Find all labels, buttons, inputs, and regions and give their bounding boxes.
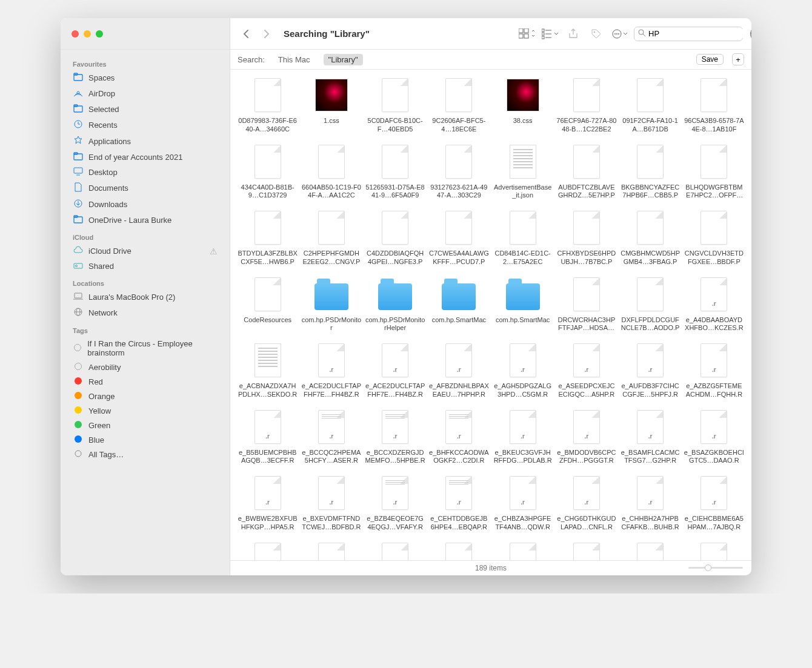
search-field[interactable]: ✕ [634,27,743,41]
tags-button[interactable] [588,27,605,41]
file-item[interactable]: .re_AUFDB3F7CIHCCGFJE…5HPFJ.R [621,341,681,399]
file-item[interactable]: C7CWE5A4ALAWGKFFF…PCUD7.P [429,208,489,266]
file-item[interactable]: .re_CIEHCBBME6A5HPAM…7AJBQ.R [684,474,744,532]
file-item[interactable]: .re_BWBWE2BXFUBHFKGP…HPA5.R [238,474,298,532]
clear-search-button[interactable]: ✕ [750,29,751,39]
file-item[interactable]: BKGBBNCYAZFEC7HPB6F…CBB5.P [621,142,681,200]
file-item[interactable]: 38.css [493,76,553,134]
scope-this-mac[interactable]: This Mac [273,54,315,65]
file-item[interactable]: 51265931-D75A-E841-9…6F5A0F9 [365,142,425,200]
sidebar-item[interactable]: Laura's MacBook Pro (2) [61,289,230,305]
sidebar-item[interactable]: Documents [61,180,230,196]
zoom-slider[interactable] [688,563,743,572]
sidebar-item[interactable]: Downloads [61,196,230,213]
file-item[interactable]: CFHXBYDSE6HPDUBJH…7B7BC.P [556,208,616,266]
file-item[interactable]: .re_CHG6DTHKGUDLAPAD…CNFL.R [556,474,616,532]
close-window-button[interactable] [72,30,79,38]
minimize-window-button[interactable] [84,30,91,38]
back-button[interactable] [239,27,253,41]
file-item[interactable]: .re_BCCQC2HPEMA5HCFY…ASER.R [301,408,361,466]
file-item[interactable]: .re_CHHBH2A7HPBCFAFKB…BUHB.R [621,474,681,532]
group-by-button[interactable] [542,27,559,41]
file-item[interactable]: 96C5A3B9-6578-7A4E-8…1AB10F [684,76,744,134]
file-item[interactable]: 93127623-621A-4947-A…303C29 [429,142,489,200]
sidebar-item[interactable]: Network [61,305,230,321]
file-item[interactable]: .re_BSAZGKBOEHCIGTC5…DAAO.R [684,408,744,466]
sidebar-item[interactable]: Yellow [61,403,230,418]
sidebar-item[interactable]: Spaces [61,70,230,85]
file-item[interactable]: .re_ACE2DUCLFTAPFHF7E…FH4BZ.R [301,341,361,399]
file-item[interactable]: .re_BHFKCCAODWAOGKF2…C2DI.R [429,408,489,466]
file-item[interactable]: .re_BKEUC3GVFJHRFFDG…PDLAB.R [493,408,553,466]
file-item[interactable]: .re_DEBRDGB6BJBPAYHUE…G3GC.R [621,540,681,561]
file-item[interactable]: 5C0DAFC6-B10C-F…40EBD5 [365,76,425,134]
sidebar-item[interactable]: iCloud Drive⚠ [61,243,230,259]
sidebar-item[interactable]: Blue [61,432,230,447]
file-item[interactable]: AUBDFTCZBLAVEGHRDZ…5E7HP.P [556,142,616,200]
sidebar-item[interactable]: End of year Accounts 2021 [61,150,230,165]
search-input[interactable] [648,29,750,38]
file-item[interactable]: .re_CEHTDDBGEJB6HPE4…EBQAP.R [429,474,489,532]
sidebar-item[interactable]: Aerobility [61,360,230,374]
sidebar-item[interactable]: If I Ran the Circus - Employee brainstor… [61,337,230,360]
sidebar-item[interactable]: Red [61,374,230,389]
file-item[interactable]: 091F2CFA-FA10-1A…B671DB [621,76,681,134]
file-item[interactable]: e_ACBNAZDXA7HPDLHX…SEKDO.R [238,341,298,399]
file-item[interactable]: .re_BCCXDZERGJDMEMFO…5HPBE.R [365,408,425,466]
file-item[interactable]: com.hp.PSDrMonitor [301,275,361,333]
file-item[interactable]: CD84B14C-ED1C-2…E75A2EC [493,208,553,266]
sidebar-item[interactable]: Applications [61,133,230,150]
actions-button[interactable] [611,27,628,41]
file-item[interactable]: BLHQDWGFBTBME7HPC2…OFPFV.P [684,142,744,200]
file-item[interactable]: CMGBHMCWD5HPGMB4…3FBAG.P [621,208,681,266]
forward-button[interactable] [259,27,274,41]
file-item[interactable]: .re_CNHRG4AXBNBNARA…DDAGR.R [365,540,425,561]
file-item[interactable]: CNGVCLDVH3ETDFGXEE…BBDF.P [684,208,744,266]
file-item[interactable]: .re_BXEVDMFTFNDTCWEJ…BDFBD.R [301,474,361,532]
view-mode-button[interactable] [519,27,536,41]
file-item[interactable]: C2HPEPHFGMDHE2EEG2…CNGV.P [301,208,361,266]
file-item[interactable]: BTDYDLA3FZBLBXCXF5E…HWB6.P [238,208,298,266]
file-item[interactable]: .re_AFBZDNHLBPAXEAEU…7HPHP.R [429,341,489,399]
file-item[interactable]: .re_BZB4EQEOE7G4EQGJ…VFAFY.R [365,474,425,532]
file-item[interactable]: .re_B5BUEMCPBHBAGQB…3ECFF.R [238,408,298,466]
file-item[interactable]: .re_A4DBAABOAYDXHFBO…KCZES.R [684,275,744,333]
fullscreen-window-button[interactable] [96,30,103,38]
sidebar-item[interactable]: Orange [61,389,230,403]
scope-library[interactable]: "Library" [324,54,363,65]
file-item[interactable]: com.hp.SmartMac [429,275,489,333]
file-item[interactable]: .re_D3HPBIDFGHBNGTBN…FGLEJ.R [556,540,616,561]
file-item[interactable]: .re_CHBZA3HPGFETF4ANB…QDW.R [493,474,553,532]
sidebar-item[interactable]: Shared [61,259,230,274]
file-item[interactable]: .re_AZBZG5FTEMEACHDM…FQHH.R [684,341,744,399]
file-item[interactable]: .re_BMDODVB6CPCZFDH…PGGGT.R [556,408,616,466]
file-item[interactable]: com.hp.PSDrMonitorHelper [365,275,425,333]
file-item[interactable]: CodeResources [238,275,298,333]
add-criteria-button[interactable]: + [732,53,744,65]
file-item[interactable]: 6604AB50-1C19-F04F-A…AA1C2C [301,142,361,200]
file-item[interactable]: DXFLFPDLDCGUFNCLE7B…AODO.P [621,275,681,333]
file-item[interactable]: DRCWCRHAC3HPFTFJAP…HDSAO.P [556,275,616,333]
file-item[interactable]: .re_CKDQFMGOH7HPFXBE…GGEA.R [238,540,298,561]
file-item[interactable]: .re_BSAMFLCACMCTFSG7…G2HP.R [621,408,681,466]
file-item[interactable]: .re_DFBUGFCDGGFBDNA…CDAA7.R [684,540,744,561]
sidebar-item[interactable]: OneDrive - Laura Burke [61,213,230,228]
file-item[interactable]: C4DZDDBIAQFQH4GPEI…NGFE3.P [365,208,425,266]
file-item[interactable]: AdvertisementBase_it.json [493,142,553,200]
file-item[interactable]: .re_ASEEDPCXEJCECIGQC…A5HP.R [556,341,616,399]
sidebar-item[interactable]: Desktop [61,165,230,180]
file-item[interactable]: .re_CTGHDHH3HPCDECC…BGLHG.R [493,540,553,561]
file-item[interactable]: 9C2606AF-BFC5-4…18EC6E [429,76,489,134]
sidebar-item[interactable]: AirDrop [61,85,230,102]
file-item[interactable]: 76ECF9A6-727A-8048-B…1C22BE2 [556,76,616,134]
file-item[interactable]: .re_ACE2DUCLFTAPFHF7E…FH4BZ.R [365,341,425,399]
file-item[interactable]: com.hp.SmartMac [493,275,553,333]
file-item[interactable]: .re_CSA7HPASFPDTDVHZ…FB6E3.R [429,540,489,561]
file-item[interactable]: .re_AGH5DPGZALG3HPD…C5GM.R [493,341,553,399]
file-item[interactable]: 1.css [301,76,361,134]
sidebar-item[interactable]: Green [61,418,230,432]
file-grid-scroll[interactable]: 0D879983-736F-E640-A…34660C1.css5C0DAFC6… [230,70,751,560]
file-item[interactable]: 434C4A0D-B81B-9…C1D3729 [238,142,298,200]
sidebar-item[interactable]: Selected [61,102,230,117]
share-button[interactable] [565,27,582,41]
